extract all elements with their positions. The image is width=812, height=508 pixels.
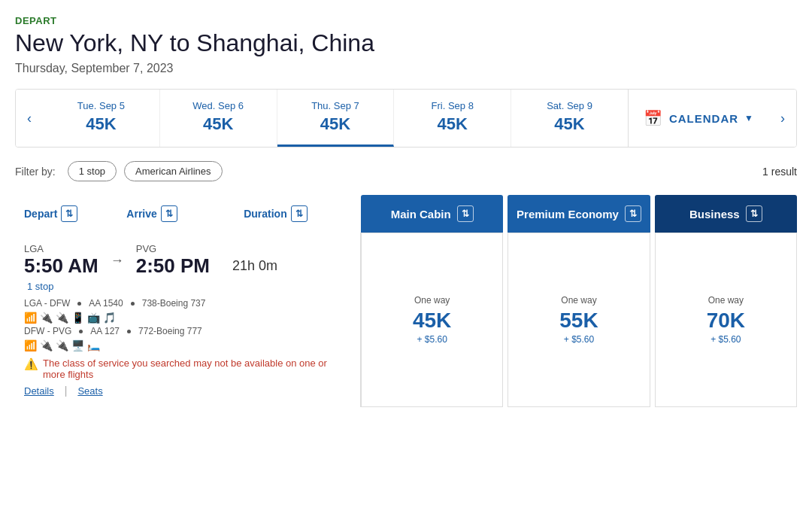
duration-sort-label: Duration xyxy=(244,208,287,220)
next-date-button[interactable]: › xyxy=(769,90,796,147)
fare-price-1: 55K xyxy=(559,309,598,333)
price-label-1: 45K xyxy=(166,114,271,134)
filter-bar: Filter by: 1 stop American Airlines 1 re… xyxy=(15,161,797,181)
filter-chip-airline[interactable]: American Airlines xyxy=(124,161,222,181)
cabin-headers: Main Cabin ⇅Premium Economy ⇅Business ⇅ xyxy=(361,195,797,233)
date-cells: Tue. Sep 5 45K Wed. Sep 6 45K Thu. Sep 7… xyxy=(43,90,628,147)
seg2-route: DFW - PVG xyxy=(24,326,71,336)
fare-price-0: 45K xyxy=(413,309,451,333)
calendar-label: CALENDAR xyxy=(669,112,738,125)
links-row: Details | Seats xyxy=(24,385,351,397)
day-label-2: Thu. Sep 7 xyxy=(283,100,388,111)
fare-price-2: 70K xyxy=(707,309,745,333)
cabin-label-2: Business xyxy=(689,208,740,221)
segment2-info: DFW - PVG AA 127 772-Boeing 777 xyxy=(24,326,351,336)
seats-link[interactable]: Seats xyxy=(77,385,102,397)
calendar-icon: 📅 xyxy=(644,109,663,127)
date-cell-4[interactable]: Sat. Sep 9 45K xyxy=(511,90,628,147)
dot4 xyxy=(127,330,131,333)
duration-value: 21h 0m xyxy=(232,258,277,274)
bed-icon: 🛏️ xyxy=(87,339,100,351)
usb-icon: 🔌 xyxy=(56,312,68,324)
wifi-icon: 📶 xyxy=(24,312,37,324)
seg2-plane: 772-Boeing 777 xyxy=(138,326,202,336)
seg2-icons: 📶 🔌 🔌 🖥️ 🛏️ xyxy=(24,339,351,351)
fare-cells: One way 45K + $5.60 One way 55K + $5.60 … xyxy=(361,233,797,407)
duration-label-static xyxy=(232,247,277,258)
col-duration-header: Duration ⇅ xyxy=(244,199,361,228)
seg1-icons: 📶 🔌 🔌 📱 📺 🎵 xyxy=(24,312,351,324)
day-label-0: Tue. Sep 5 xyxy=(49,100,153,111)
date-cell-0[interactable]: Tue. Sep 5 45K xyxy=(43,90,160,147)
depart-label: DEPART xyxy=(15,15,797,26)
cabin-sort-icon-2: ⇅ xyxy=(746,205,762,222)
arrive-airport: PVG xyxy=(136,243,210,254)
arrive-sort-icon: ⇅ xyxy=(161,205,177,222)
arrow-icon: → xyxy=(111,253,124,269)
arrive-time: 2:50 PM xyxy=(136,254,210,278)
stop-info: 1 stop xyxy=(24,281,351,292)
flight-result-row: LGA 5:50 AM → PVG 2:50 PM 21h 0m 1 stop … xyxy=(15,233,797,407)
prev-date-button[interactable]: ‹ xyxy=(16,90,43,147)
link-separator: | xyxy=(65,385,68,397)
price-label-4: 45K xyxy=(517,114,622,134)
sort-depart-button[interactable]: Depart ⇅ xyxy=(24,199,77,228)
calendar-dropdown-icon: ▼ xyxy=(744,113,754,123)
wifi2-icon: 📶 xyxy=(24,339,37,351)
fare-oneway-2: One way xyxy=(708,295,744,306)
arrive-col: PVG 2:50 PM xyxy=(136,243,210,278)
calendar-button[interactable]: 📅 CALENDAR ▼ xyxy=(644,109,754,127)
day-label-4: Sat. Sep 9 xyxy=(517,100,622,111)
dot2 xyxy=(131,302,135,306)
fare-cell-0[interactable]: One way 45K + $5.60 xyxy=(361,233,503,407)
col-depart-header: Depart ⇅ xyxy=(24,199,126,228)
depart-sort-icon: ⇅ xyxy=(61,205,77,222)
depart-airport: LGA xyxy=(24,243,98,254)
details-link[interactable]: Details xyxy=(24,385,54,397)
col-headers-row: Depart ⇅ Arrive ⇅ Duration ⇅ Main Cabin … xyxy=(15,195,797,233)
price-label-2: 45K xyxy=(283,114,388,134)
date-cell-3[interactable]: Fri. Sep 8 45K xyxy=(394,90,511,147)
price-label-0: 45K xyxy=(49,114,153,134)
tv-icon: 📺 xyxy=(87,312,100,324)
date-cell-1[interactable]: Wed. Sep 6 45K xyxy=(160,90,277,147)
depart-sort-label: Depart xyxy=(24,208,57,220)
page: DEPART New York, NY to Shanghai, China T… xyxy=(0,0,812,508)
fare-fee-1: + $5.60 xyxy=(564,334,594,345)
screen-icon: 🖥️ xyxy=(71,339,84,351)
fare-oneway-0: One way xyxy=(414,295,450,306)
cabin-header-1[interactable]: Premium Economy ⇅ xyxy=(508,195,650,233)
sort-arrive-button[interactable]: Arrive ⇅ xyxy=(126,199,177,228)
fare-cell-2[interactable]: One way 70K + $5.60 xyxy=(655,233,797,407)
route-title: New York, NY to Shanghai, China xyxy=(15,29,797,57)
sort-duration-button[interactable]: Duration ⇅ xyxy=(244,199,308,228)
warning-text: The class of service you searched may no… xyxy=(43,357,351,380)
flight-info: LGA 5:50 AM → PVG 2:50 PM 21h 0m 1 stop … xyxy=(15,233,361,407)
power-icon: 🔌 xyxy=(40,312,53,324)
price-label-3: 45K xyxy=(400,114,504,134)
cabin-header-0[interactable]: Main Cabin ⇅ xyxy=(361,195,503,233)
duration-sort-icon: ⇅ xyxy=(291,205,308,222)
cabin-label-1: Premium Economy xyxy=(517,208,619,221)
music-icon: 🎵 xyxy=(103,312,116,324)
depart-col: LGA 5:50 AM xyxy=(24,243,98,278)
stop-label: 1 stop xyxy=(27,281,53,292)
flight-times: LGA 5:50 AM → PVG 2:50 PM 21h 0m xyxy=(24,243,351,278)
filter-chip-1stop[interactable]: 1 stop xyxy=(68,161,117,181)
fare-cell-1[interactable]: One way 55K + $5.60 xyxy=(508,233,650,407)
usb2-icon: 🔌 xyxy=(56,339,68,351)
cabin-label-0: Main Cabin xyxy=(391,208,451,221)
duration-col: 21h 0m xyxy=(232,247,277,274)
seg2-flight: AA 127 xyxy=(90,326,120,336)
cabin-sort-icon-0: ⇅ xyxy=(457,205,474,222)
power2-icon: 🔌 xyxy=(40,339,53,351)
result-count: 1 result xyxy=(762,166,797,178)
seg1-route: LGA - DFW xyxy=(24,298,70,309)
left-cols-header: Depart ⇅ Arrive ⇅ Duration ⇅ xyxy=(15,196,361,231)
warning-row: ⚠️ The class of service you searched may… xyxy=(24,357,351,380)
date-cell-2[interactable]: Thu. Sep 7 45K xyxy=(277,90,395,147)
depart-time: 5:50 AM xyxy=(24,254,98,278)
cabin-header-2[interactable]: Business ⇅ xyxy=(655,195,797,233)
dot3 xyxy=(79,330,83,333)
cabin-sort-icon-1: ⇅ xyxy=(625,205,641,222)
